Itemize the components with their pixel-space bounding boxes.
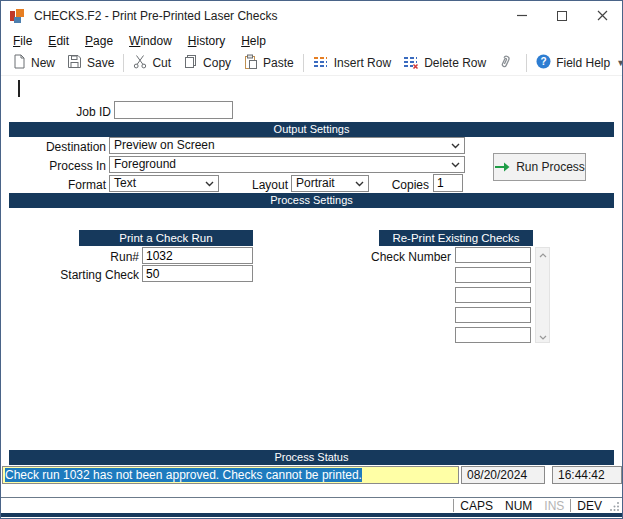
run-process-button[interactable]: Run Process: [493, 153, 586, 181]
toolbar-separator: [303, 54, 304, 72]
window-controls: [502, 1, 622, 31]
caps-indicator: CAPS: [454, 499, 499, 513]
save-icon: [67, 54, 82, 72]
app-window: CHECKS.F2 - Print Pre-Printed Laser Chec…: [0, 0, 623, 519]
process-in-label: Process In: [9, 159, 106, 173]
delete-row-label: Delete Row: [424, 56, 486, 70]
reprint-checks-header: Re-Print Existing Checks: [379, 230, 533, 246]
process-settings-header: Process Settings: [9, 193, 614, 208]
scroll-down-icon[interactable]: [539, 330, 547, 342]
check-number-input-2[interactable]: [455, 267, 531, 283]
menu-history[interactable]: History: [180, 32, 233, 50]
field-help-label: Field Help: [556, 56, 610, 70]
toolbar-separator: [526, 54, 527, 72]
menu-page[interactable]: Page: [77, 32, 121, 50]
run-arrow-icon: [494, 161, 511, 173]
copy-button[interactable]: Copy: [177, 52, 237, 74]
window-bottom-edge: [1, 513, 622, 517]
menu-file[interactable]: File: [5, 32, 40, 50]
process-in-dropdown[interactable]: Foreground: [109, 156, 465, 173]
menu-help[interactable]: Help: [233, 32, 274, 50]
new-label: New: [31, 56, 55, 70]
close-icon: [597, 7, 608, 25]
menu-edit[interactable]: Edit: [40, 32, 77, 50]
paste-icon: [243, 54, 258, 72]
save-label: Save: [87, 56, 114, 70]
insert-row-icon: [313, 55, 329, 72]
ins-indicator: INS: [538, 499, 570, 513]
text-caret: [18, 80, 20, 97]
destination-value: Preview on Screen: [114, 138, 215, 152]
destination-label: Destination: [9, 140, 106, 154]
print-check-run-header: Print a Check Run: [79, 230, 253, 246]
maximize-button[interactable]: [542, 1, 582, 31]
status-bar: CAPS NUM INS DEV: [1, 497, 622, 513]
process-in-value: Foreground: [114, 157, 176, 171]
run-number-label: Run#: [59, 250, 139, 264]
field-help-icon: ?: [536, 54, 551, 72]
scroll-up-icon[interactable]: [539, 248, 547, 260]
check-number-input-3[interactable]: [455, 287, 531, 303]
destination-dropdown[interactable]: Preview on Screen: [109, 137, 465, 154]
svg-text:?: ?: [541, 56, 547, 67]
format-value: Text: [114, 176, 136, 190]
insert-row-label: Insert Row: [334, 56, 391, 70]
attachment-button[interactable]: [492, 52, 523, 74]
chevron-down-icon: ▼: [616, 58, 623, 68]
field-help-button[interactable]: ? Field Help: [530, 52, 616, 74]
check-number-input-5[interactable]: [455, 327, 531, 343]
new-document-icon: [12, 54, 26, 72]
check-number-label: Check Number: [359, 250, 451, 264]
minimize-button[interactable]: [502, 1, 542, 31]
output-settings-header: Output Settings: [9, 122, 614, 137]
minimize-icon: [517, 7, 528, 25]
insert-row-button[interactable]: Insert Row: [307, 52, 397, 74]
chevron-down-icon: [355, 181, 364, 187]
starting-check-input[interactable]: [142, 265, 253, 282]
cut-button[interactable]: Cut: [127, 52, 177, 74]
copy-label: Copy: [203, 56, 231, 70]
copies-input[interactable]: [433, 174, 463, 192]
check-number-input-1[interactable]: [455, 247, 531, 263]
job-id-input[interactable]: [114, 101, 233, 119]
save-button[interactable]: Save: [61, 52, 120, 74]
num-indicator: NUM: [499, 499, 538, 513]
title-bar: CHECKS.F2 - Print Pre-Printed Laser Chec…: [1, 1, 622, 31]
layout-dropdown[interactable]: Portrait: [291, 175, 369, 192]
cut-icon: [133, 54, 147, 72]
layout-label: Layout: [231, 178, 288, 192]
dev-indicator: DEV: [571, 499, 608, 513]
toolbar: New Save Cut Copy Paste Insert Row Delet…: [1, 51, 622, 76]
toolbar-separator: [123, 54, 124, 72]
paste-button[interactable]: Paste: [237, 52, 300, 74]
chevron-down-icon: [451, 143, 460, 149]
window-title: CHECKS.F2 - Print Pre-Printed Laser Chec…: [34, 9, 277, 23]
paperclip-icon: [498, 54, 512, 72]
delete-row-icon: [403, 55, 419, 72]
job-id-label: Job ID: [31, 105, 111, 119]
status-date-field: 08/20/2024: [461, 466, 545, 484]
process-status-message-field[interactable]: Check run 1032 has not been approved. Ch…: [2, 466, 459, 484]
run-number-input[interactable]: [142, 247, 253, 264]
check-number-input-4[interactable]: [455, 307, 531, 323]
copy-icon: [183, 54, 198, 72]
new-button[interactable]: New: [6, 52, 61, 74]
status-message-text: Check run 1032 has not been approved. Ch…: [5, 468, 362, 482]
status-time-field: 16:44:42: [552, 466, 622, 484]
app-icon: [10, 8, 26, 24]
format-dropdown[interactable]: Text: [109, 175, 219, 192]
close-button[interactable]: [582, 1, 622, 31]
resize-grip[interactable]: [610, 500, 620, 514]
process-status-header: Process Status: [9, 450, 614, 465]
check-number-scrollbar[interactable]: [535, 247, 550, 343]
format-label: Format: [9, 178, 106, 192]
toolbar-overflow-button[interactable]: ▼: [616, 58, 623, 68]
layout-value: Portrait: [296, 176, 335, 190]
run-process-label: Run Process: [516, 160, 585, 174]
paste-label: Paste: [263, 56, 294, 70]
cut-label: Cut: [152, 56, 171, 70]
menu-window[interactable]: Window: [121, 32, 180, 50]
chevron-down-icon: [205, 181, 214, 187]
copies-label: Copies: [379, 178, 429, 192]
delete-row-button[interactable]: Delete Row: [397, 52, 492, 74]
